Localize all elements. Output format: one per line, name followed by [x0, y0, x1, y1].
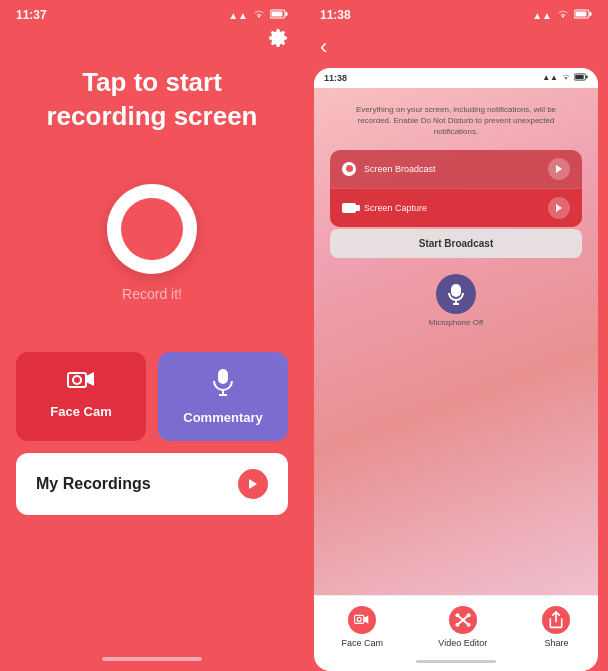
status-bar-left: 11:37 ▲▲: [0, 0, 304, 26]
broadcast-bg: Everything on your screen, including not…: [314, 88, 598, 595]
home-indicator-left: [102, 657, 202, 661]
wifi-icon-right: [556, 9, 570, 21]
svg-marker-5: [86, 372, 94, 386]
broadcast-text: Everything on your screen, including not…: [330, 104, 582, 138]
svg-marker-23: [364, 615, 369, 623]
play-icon: [238, 469, 268, 499]
camera-icon: [67, 368, 95, 396]
inner-time: 11:38: [324, 73, 347, 83]
tab-face-cam[interactable]: Face Cam: [342, 606, 384, 648]
battery-icon-left: [270, 9, 288, 21]
screen-capture-row[interactable]: Screen Capture: [330, 189, 582, 227]
status-bar-right: 11:38 ▲▲: [304, 0, 608, 26]
svg-rect-21: [355, 615, 364, 623]
record-button[interactable]: [107, 184, 197, 274]
screen-capture-label: Screen Capture: [364, 203, 548, 213]
battery-icon-right: [574, 9, 592, 21]
share-tab-label: Share: [544, 638, 568, 648]
tab-share[interactable]: Share: [542, 606, 570, 648]
svg-rect-6: [218, 369, 228, 384]
share-tab-icon: [542, 606, 570, 634]
wifi-icon-left: [252, 9, 266, 21]
status-icons-right: ▲▲: [532, 9, 592, 21]
mic-button[interactable]: [436, 274, 476, 314]
commentary-label: Commentary: [183, 410, 262, 425]
time-right: 11:38: [320, 8, 351, 22]
inner-status-bar: 11:38 ▲▲: [314, 68, 598, 88]
right-panel: 11:38 ▲▲ ‹ 11:38 ▲: [304, 0, 608, 671]
face-cam-tab-icon: [348, 606, 376, 634]
microphone-icon: [212, 368, 234, 402]
face-cam-button[interactable]: Face Cam: [16, 352, 146, 441]
inner-status-icons: ▲▲: [542, 73, 588, 83]
back-button[interactable]: ‹: [304, 26, 608, 68]
left-panel: 11:37 ▲▲ Tap to s: [0, 0, 304, 671]
record-button-inner: [121, 198, 183, 260]
svg-rect-12: [576, 12, 587, 17]
svg-rect-2: [272, 12, 283, 17]
my-recordings-label: My Recordings: [36, 475, 151, 493]
time-left: 11:37: [16, 8, 47, 22]
svg-point-27: [466, 613, 470, 617]
svg-point-22: [357, 617, 361, 621]
face-cam-label: Face Cam: [50, 404, 111, 419]
bottom-tabs: Face Cam Video Editor: [314, 595, 598, 656]
screen-broadcast-row[interactable]: Screen Broadcast: [330, 150, 582, 189]
commentary-button[interactable]: Commentary: [158, 352, 288, 441]
screen-broadcast-label: Screen Broadcast: [364, 164, 548, 174]
main-title: Tap to start recording screen: [0, 66, 304, 134]
my-recordings-button[interactable]: My Recordings: [16, 453, 288, 515]
play-capture-icon[interactable]: [548, 197, 570, 219]
status-icons-left: ▲▲: [228, 9, 288, 21]
start-broadcast-button[interactable]: Start Broadcast: [330, 229, 582, 258]
video-editor-tab-icon: [449, 606, 477, 634]
svg-point-29: [466, 623, 470, 627]
svg-point-26: [455, 613, 459, 617]
mic-label: Microphone Off: [429, 318, 484, 327]
svg-rect-18: [451, 284, 461, 297]
bottom-buttons: Face Cam Commentary: [16, 352, 288, 441]
svg-rect-1: [286, 12, 288, 16]
tab-video-editor[interactable]: Video Editor: [438, 606, 487, 648]
video-editor-tab-label: Video Editor: [438, 638, 487, 648]
record-label: Record it!: [122, 286, 182, 302]
inner-signal: ▲▲: [542, 73, 558, 83]
svg-rect-14: [586, 75, 588, 78]
signal-icon-left: ▲▲: [228, 10, 248, 21]
svg-marker-17: [556, 204, 562, 212]
microphone-section: Microphone Off: [429, 274, 484, 327]
svg-point-4: [73, 376, 81, 384]
face-cam-tab-label: Face Cam: [342, 638, 384, 648]
svg-rect-15: [575, 75, 584, 79]
inner-battery: [574, 73, 588, 83]
signal-icon-right: ▲▲: [532, 10, 552, 21]
record-button-container: [107, 184, 197, 274]
broadcast-card: Screen Broadcast Screen Capture: [330, 150, 582, 227]
svg-marker-16: [556, 165, 562, 173]
inner-phone: 11:38 ▲▲: [314, 68, 598, 671]
inner-wifi: [561, 73, 571, 83]
home-indicator-right: [416, 660, 496, 663]
svg-marker-9: [249, 479, 257, 489]
svg-point-28: [455, 623, 459, 627]
play-broadcast-icon[interactable]: [548, 158, 570, 180]
svg-rect-11: [590, 12, 592, 16]
gear-button[interactable]: [268, 28, 288, 53]
